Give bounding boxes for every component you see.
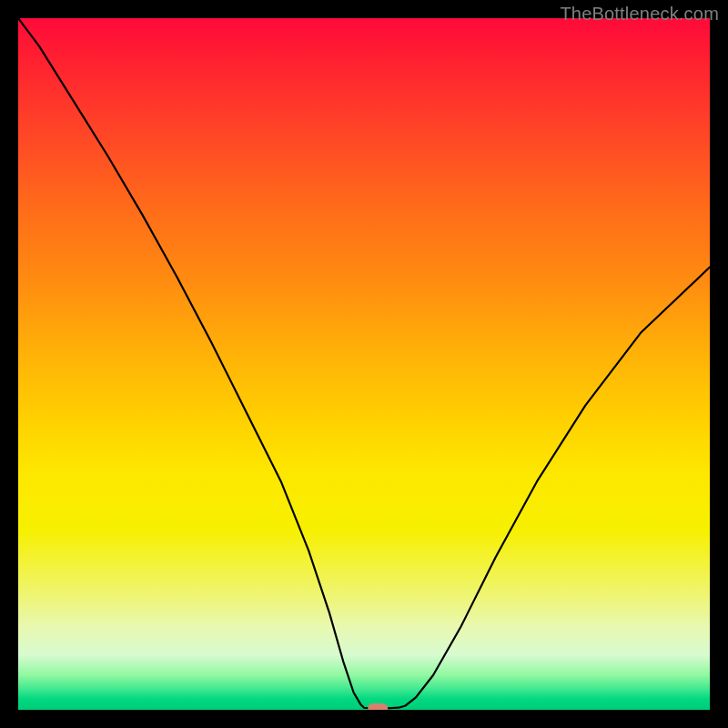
chart-container: TheBottleneck.com (0, 0, 728, 728)
plot-area (18, 18, 710, 710)
watermark-label: TheBottleneck.com (560, 4, 719, 25)
